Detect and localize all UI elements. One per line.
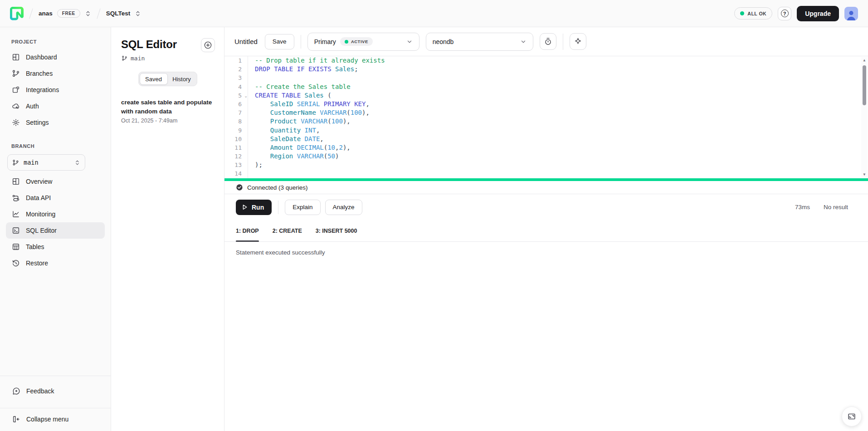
settings-icon: [11, 118, 20, 127]
feedback-icon: [12, 387, 20, 395]
sidebar-item-overview[interactable]: Overview: [6, 173, 105, 190]
new-query-button[interactable]: [201, 38, 215, 52]
code-line[interactable]: 11 Amount DECIMAL(10,2),: [224, 143, 868, 152]
query-duration: 73ms: [795, 204, 810, 211]
compute-select[interactable]: Primary ACTIVE: [307, 33, 419, 51]
branch-selector[interactable]: main: [7, 154, 85, 171]
explain-button[interactable]: Explain: [285, 200, 320, 215]
code-line[interactable]: 4-- Create the Sales table: [224, 83, 868, 91]
branch-section-label: BRANCH: [0, 131, 111, 153]
save-button[interactable]: Save: [265, 34, 294, 49]
breadcrumb-project[interactable]: SQLTest: [106, 10, 131, 17]
data-api-icon: [11, 194, 20, 202]
scrollbar-thumb[interactable]: [863, 65, 866, 105]
saved-query-timestamp: Oct 21, 2025 - 7:49am: [121, 118, 215, 124]
project-nav-list: DashboardBranchesIntegrationsAuthSetting…: [0, 49, 111, 131]
code-line[interactable]: 13);: [224, 161, 868, 169]
line-number: 9: [224, 126, 248, 135]
result-tab-2-create[interactable]: 2: CREATE: [273, 220, 302, 241]
ai-assist-button[interactable]: [570, 33, 586, 50]
sidebar-item-label: Monitoring: [26, 211, 55, 218]
feedback-button[interactable]: Feedback: [0, 387, 111, 395]
sidebar-item-label: SQL Editor: [26, 227, 57, 234]
code-text: DROP TABLE IF EXISTS Sales;: [248, 65, 358, 73]
fold-chevron-icon[interactable]: ⌄: [245, 92, 247, 100]
code-line[interactable]: 2DROP TABLE IF EXISTS Sales;: [224, 65, 868, 73]
restore-icon: [11, 259, 20, 267]
editor-scrollbar[interactable]: ▲ ▼: [861, 57, 868, 177]
tab-history[interactable]: History: [168, 73, 196, 85]
collapse-menu-button[interactable]: Collapse menu: [0, 415, 111, 423]
code-text: SaleDate DATE,: [248, 135, 324, 143]
queries-panel: SQL Editor main SavedHistory create sale…: [111, 27, 224, 431]
sidebar-item-data-api[interactable]: Data API: [6, 190, 105, 206]
code-line[interactable]: 6 SaleID SERIAL PRIMARY KEY,: [224, 100, 868, 108]
status-badge[interactable]: ALL OK: [734, 7, 772, 20]
chevron-down-icon: [406, 39, 413, 45]
sidebar: PROJECT DashboardBranchesIntegrationsAut…: [0, 27, 111, 431]
code-line[interactable]: 8 Product VARCHAR(100),: [224, 117, 868, 126]
code-line[interactable]: 5⌄CREATE TABLE Sales (: [224, 91, 868, 100]
result-tab-1-drop[interactable]: 1: DROP: [236, 220, 259, 241]
code-line[interactable]: 14: [224, 169, 868, 178]
org-switcher-chevron-icon[interactable]: [85, 10, 91, 17]
code-text: Amount DECIMAL(10,2),: [248, 143, 351, 152]
code-line[interactable]: 12 Region VARCHAR(50): [224, 152, 868, 161]
breadcrumb-org[interactable]: anas: [39, 10, 53, 17]
upgrade-button[interactable]: Upgrade: [797, 6, 839, 21]
top-header: anas FREE SQLTest ALL OK ? Upgrade: [0, 0, 868, 27]
line-number: 6: [224, 100, 248, 108]
sidebar-item-monitoring[interactable]: Monitoring: [6, 206, 105, 222]
sidebar-item-restore[interactable]: Restore: [6, 255, 105, 271]
sidebar-item-integrations[interactable]: Integrations: [6, 82, 105, 98]
feedback-label: Feedback: [26, 387, 54, 395]
code-line[interactable]: 9 Quantity INT,: [224, 126, 868, 135]
help-button[interactable]: ?: [778, 7, 791, 20]
sidebar-item-label: Auth: [26, 103, 39, 110]
branch-icon: [12, 159, 19, 166]
sql-editor-icon: [11, 226, 20, 235]
code-line[interactable]: 3: [224, 73, 868, 82]
chevron-down-icon: [520, 39, 527, 45]
code-text: SaleID SERIAL PRIMARY KEY,: [248, 100, 370, 108]
analyze-button[interactable]: Analyze: [325, 200, 362, 215]
sidebar-item-tables[interactable]: Tables: [6, 239, 105, 255]
sidebar-item-label: Restore: [26, 260, 48, 267]
neon-logo-icon[interactable]: [10, 7, 24, 20]
saved-history-toggle: SavedHistory: [138, 72, 197, 86]
result-tab-3-insert-5000[interactable]: 3: INSERT 5000: [316, 220, 357, 241]
sidebar-item-label: Data API: [26, 194, 51, 201]
branch-nav-list: OverviewData APIMonitoringSQL EditorTabl…: [0, 173, 111, 271]
sidebar-item-settings[interactable]: Settings: [6, 114, 105, 131]
saved-query-item[interactable]: create sales table and populate with ran…: [121, 98, 215, 124]
sidebar-item-auth[interactable]: Auth: [6, 98, 105, 114]
line-number: 4: [224, 83, 248, 91]
line-number: 10: [224, 135, 248, 143]
expand-results-button[interactable]: [842, 407, 862, 426]
scroll-up-arrow-icon[interactable]: ▲: [861, 57, 868, 63]
code-line[interactable]: 7 CustomerName VARCHAR(100),: [224, 108, 868, 117]
line-number: 3: [224, 73, 248, 82]
sql-code-editor[interactable]: 1-- Drop table if it already exists2DROP…: [224, 56, 868, 178]
stopwatch-icon: [544, 37, 552, 46]
database-select[interactable]: neondb: [426, 33, 533, 51]
monitoring-icon: [11, 210, 20, 218]
actions-divider: [278, 201, 278, 214]
avatar[interactable]: [844, 7, 858, 20]
scroll-down-arrow-icon[interactable]: ▼: [861, 171, 868, 177]
panel-branch: main: [111, 52, 224, 62]
sidebar-item-branches[interactable]: Branches: [6, 65, 105, 82]
sidebar-item-dashboard[interactable]: Dashboard: [6, 49, 105, 65]
tab-saved[interactable]: Saved: [140, 73, 168, 85]
project-switcher-chevron-icon[interactable]: [135, 10, 141, 17]
page-title: SQL Editor: [121, 38, 177, 51]
toolbar-divider: [301, 35, 301, 49]
code-line[interactable]: 1-- Drop table if it already exists: [224, 56, 868, 65]
query-timing-button[interactable]: [540, 33, 556, 50]
compute-status-label: ACTIVE: [351, 39, 368, 44]
run-button[interactable]: Run: [236, 200, 272, 215]
code-line[interactable]: 10 SaleDate DATE,: [224, 135, 868, 143]
question-icon: ?: [781, 10, 789, 17]
sidebar-item-sql-editor[interactable]: SQL Editor: [6, 222, 105, 239]
sidebar-item-label: Dashboard: [26, 54, 57, 61]
